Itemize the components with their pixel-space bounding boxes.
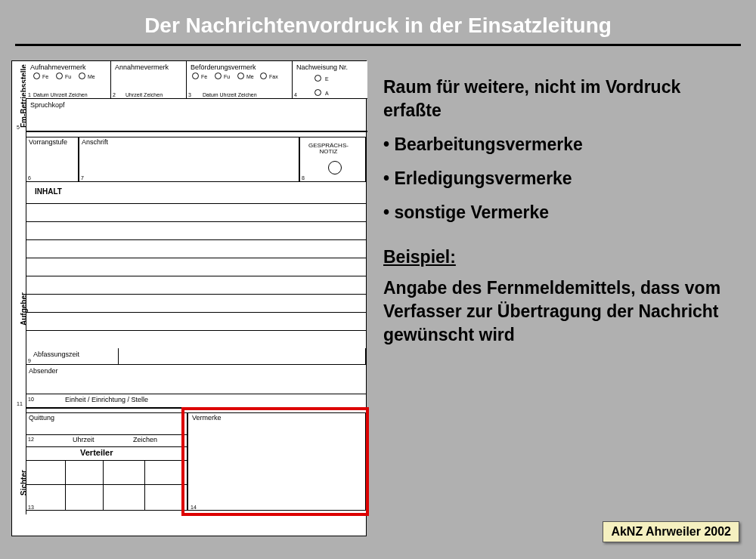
desc-intro: Raum für weitere, nicht im Vordruck erfa…: [383, 76, 737, 122]
bullet-1: • Bearbeitungsvermerke: [383, 133, 737, 156]
form-inner: Fm-Betriebsstelle Aufgeber Sichter Aufna…: [12, 61, 366, 536]
description-column: Raum für weitere, nicht im Vordruck erfa…: [367, 60, 745, 536]
hdr-nachweisung: Nachweisung Nr.: [296, 64, 348, 71]
message-form: Fm-Betriebsstelle Aufgeber Sichter Aufna…: [11, 60, 367, 536]
label-absender: Absender: [29, 368, 58, 375]
label-einheit: Einheit / Einrichtung / Stelle: [65, 397, 148, 403]
side-label-aufgeber: Aufgeber: [20, 292, 28, 326]
title-rule: [15, 44, 741, 46]
label-spruchkopf: Spruchkopf: [30, 102, 65, 109]
content-row: Fm-Betriebsstelle Aufgeber Sichter Aufna…: [11, 60, 745, 536]
label-vermerke: Vermerke: [192, 415, 222, 422]
footer-badge: AkNZ Ahrweiler 2002: [603, 521, 739, 542]
example-label: Beispiel:: [383, 246, 737, 269]
bullet-3: • sonstige Vermerke: [383, 201, 737, 224]
gespraechsnotiz-circle: [328, 161, 342, 174]
slide-title: Der Nachrichtenvordruck in der Einsatzle…: [0, 0, 756, 44]
label-quittung: Quittung: [29, 415, 54, 422]
label-anschrift: Anschrift: [82, 139, 108, 146]
hdr-aufnahme: Aufnahmevermerk: [30, 64, 86, 71]
example-text: Angabe des Fernmeldemittels, dass vom Ve…: [383, 276, 737, 347]
hdr-annahme: Annahmevermerk: [115, 64, 169, 71]
label-gespraechsnotiz: GESPRÄCHS- NOTIZ: [308, 143, 349, 155]
hdr-befoerderung: Beförderungsvermerk: [191, 64, 256, 71]
slide: Der Nachrichtenvordruck in der Einsatzle…: [0, 0, 756, 559]
label-inhalt: INHALT: [35, 188, 62, 196]
bullet-2: • Erledigungsvermerke: [383, 167, 737, 190]
label-vorrangstufe: Vorrangstufe: [29, 139, 67, 146]
label-verteiler: Verteiler: [80, 449, 113, 457]
label-abfassungszeit: Abfassungszeit: [33, 351, 79, 358]
